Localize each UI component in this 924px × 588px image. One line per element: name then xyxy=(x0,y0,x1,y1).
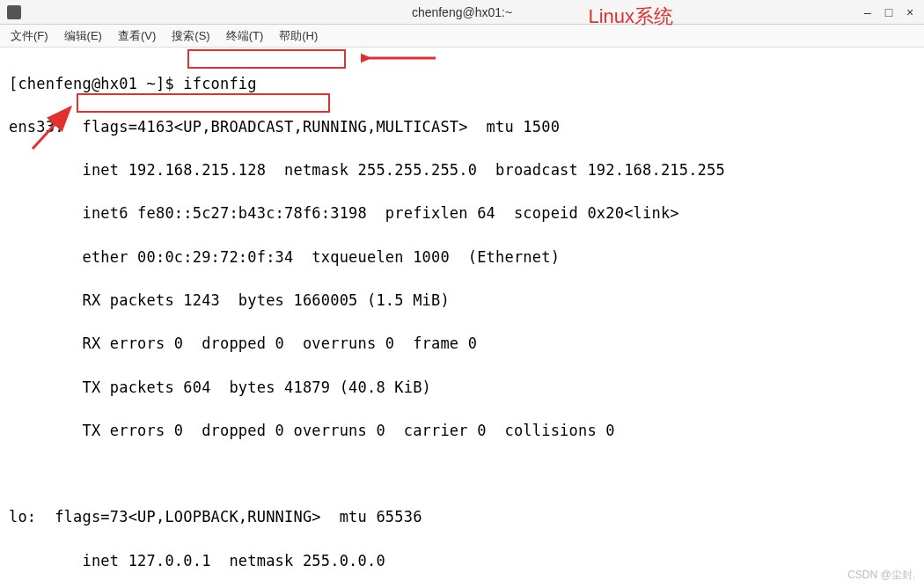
window-controls: – □ × xyxy=(859,4,919,20)
menu-view[interactable]: 查看(V) xyxy=(111,26,163,46)
close-button[interactable]: × xyxy=(901,4,919,20)
ens33-ether: ether 00:0c:29:72:0f:34 txqueuelen 1000 … xyxy=(9,246,915,268)
command-text: ifconfig xyxy=(183,75,256,92)
ens33-header: ens33: flags=4163<UP,BROADCAST,RUNNING,M… xyxy=(9,116,915,138)
window-titlebar: chenfeng@hx01:~ – □ × xyxy=(0,0,924,25)
prompt: [chenfeng@hx01 ~]$ xyxy=(9,75,183,92)
prompt-line: [chenfeng@hx01 ~]$ ifconfig xyxy=(9,73,915,95)
ens33-rxerr: RX errors 0 dropped 0 overruns 0 frame 0 xyxy=(9,333,915,355)
lo-header: lo: flags=73<UP,LOOPBACK,RUNNING> mtu 65… xyxy=(9,506,915,528)
menubar: 文件(F) 编辑(E) 查看(V) 搜索(S) 终端(T) 帮助(H) xyxy=(0,25,924,48)
ens33-txerr: TX errors 0 dropped 0 overruns 0 carrier… xyxy=(9,420,915,442)
highlight-command-box xyxy=(187,49,346,69)
blank-line xyxy=(9,463,915,485)
menu-file[interactable]: 文件(F) xyxy=(4,26,55,46)
ens33-rxpkt: RX packets 1243 bytes 1660005 (1.5 MiB) xyxy=(9,290,915,312)
ens33-inet: inet 192.168.215.128 netmask 255.255.255… xyxy=(9,159,915,181)
highlight-inet-box xyxy=(77,93,330,113)
ens33-inet6: inet6 fe80::5c27:b43c:78f6:3198 prefixle… xyxy=(9,202,915,224)
terminal-icon xyxy=(7,5,21,19)
window-title: chenfeng@hx01:~ xyxy=(412,5,512,19)
maximize-button[interactable]: □ xyxy=(880,4,898,20)
lo-inet: inet 127.0.0.1 netmask 255.0.0.0 xyxy=(9,550,915,572)
annotation-label: Linux系统 xyxy=(588,4,673,30)
terminal-output[interactable]: [chenfeng@hx01 ~]$ ifconfig ens33: flags… xyxy=(0,48,924,588)
menu-help[interactable]: 帮助(H) xyxy=(272,26,325,46)
menu-search[interactable]: 搜索(S) xyxy=(165,26,216,46)
watermark: CSDN @尘封. xyxy=(847,568,915,583)
arrow-to-command-icon xyxy=(361,45,440,71)
arrow-to-inet-icon xyxy=(28,100,81,153)
menu-terminal[interactable]: 终端(T) xyxy=(219,26,271,46)
menu-edit[interactable]: 编辑(E) xyxy=(57,26,109,46)
svg-line-3 xyxy=(33,107,70,149)
minimize-button[interactable]: – xyxy=(859,4,876,20)
ens33-txpkt: TX packets 604 bytes 41879 (40.8 KiB) xyxy=(9,377,915,399)
